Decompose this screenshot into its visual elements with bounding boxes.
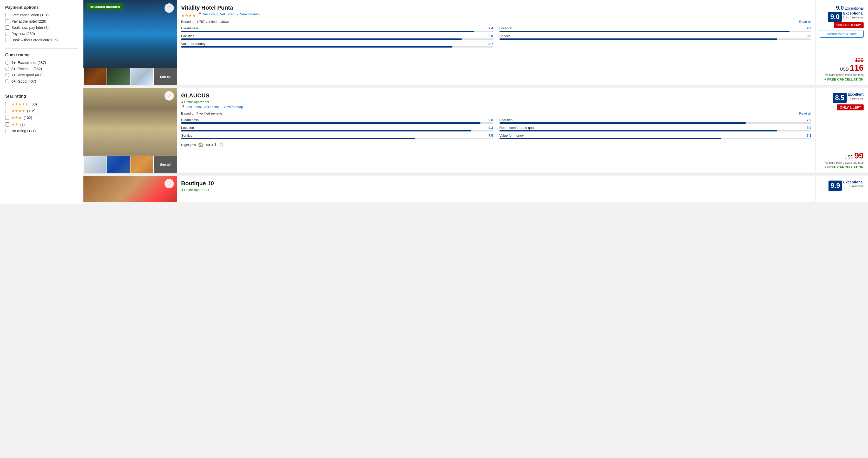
hotel-main-image-boutique: ♡ <box>84 176 177 202</box>
review-count-glaucus: 7 reviews <box>848 96 864 100</box>
payment-option-1[interactable]: Pay at the hotel (228) <box>5 19 78 23</box>
old-price-vitality: 130 <box>824 57 864 63</box>
rating-facilities-glaucus: Facilities 7.9 <box>499 118 812 124</box>
payment-checkbox-1[interactable] <box>5 19 9 23</box>
rating-room-comfort-glaucus: Room comfort and qua... 8.9 <box>499 126 812 131</box>
price-note-glaucus: Per night before taxes and fees <box>824 161 864 164</box>
rating-cleanliness-vitality: Cleanliness 9.4 <box>181 26 493 32</box>
star-rating-5[interactable]: ★★★★★ (88) <box>5 102 78 106</box>
thumbnail-glaucus-2[interactable] <box>107 156 130 173</box>
payment-checkbox-0[interactable] <box>5 13 9 17</box>
divider-1 <box>5 48 78 48</box>
hotel-stars-vitality: ★★★★ <box>181 13 196 18</box>
free-cancel-vitality: + FREE CANCELLATION <box>824 77 864 81</box>
price-note-vitality: Per night before taxes and fees <box>824 73 864 76</box>
property-type-icon-boutique: ● <box>181 188 183 192</box>
thumbnail-glaucus-3[interactable] <box>130 156 154 173</box>
new-price-glaucus: USD 99 <box>824 151 864 161</box>
thumbnail-glaucus-1[interactable] <box>84 156 107 173</box>
highlight-icon-bed: 🛏 x 1 <box>206 142 217 147</box>
payment-checkbox-2[interactable] <box>5 26 9 30</box>
highlights-label: Highlights <box>181 143 196 147</box>
switch-room-button-vitality[interactable]: Switch room & save <box>820 30 864 38</box>
payment-options-section: Payment options Free cancellation (131) … <box>5 5 78 42</box>
property-type-icon: ● <box>181 100 183 104</box>
hotel-main-image-vitality: Breakfast included ♡ <box>84 0 177 68</box>
payment-option-4[interactable]: Book without credit card (95) <box>5 38 78 42</box>
payment-checkbox-3[interactable] <box>5 32 9 36</box>
thumbnail-vitality-2[interactable] <box>107 68 130 86</box>
star-rating-4[interactable]: ★★★★ (126) <box>5 108 78 113</box>
guest-radio-3[interactable] <box>5 79 9 84</box>
hotel-location-link-glaucus[interactable]: Veli Losinj, Veli Losinj - View on map <box>186 105 243 109</box>
wishlist-button-vitality[interactable]: ♡ <box>164 3 174 13</box>
wishlist-button-boutique[interactable]: ♡ <box>164 179 174 188</box>
hotel-image-section-vitality: Breakfast included ♡ See all <box>84 0 177 86</box>
star-rating-section: Star rating ★★★★★ (88) ★★★★ (126) ★★★ (1… <box>5 94 78 133</box>
guest-rating-section: Guest rating 9+ Exceptional (287) 8+ Exc… <box>5 53 78 84</box>
review-count-vitality: 1,757 reviews <box>843 15 864 19</box>
ratings-grid-glaucus: Cleanliness 9.6 Facilities 7.9 <box>181 118 811 139</box>
rating-cleanliness-glaucus: Cleanliness 9.6 <box>181 118 493 124</box>
rating-facilities-vitality: Facilities 9.0 <box>181 34 493 40</box>
payment-checkbox-4[interactable] <box>5 38 9 42</box>
hotel-name-glaucus[interactable]: GLAUCUS <box>181 92 811 99</box>
payment-option-3[interactable]: Pay now (259) <box>5 32 78 36</box>
rating-service-vitality: Service 8.9 <box>499 34 812 40</box>
rating-service-glaucus: Service 7.5 <box>181 134 493 139</box>
location-pin-icon-glaucus: 📍 <box>181 105 185 109</box>
guest-radio-0[interactable] <box>5 61 9 65</box>
hotel-price-boutique: 9.9 Exceptional 5 reviews <box>816 176 868 202</box>
breakfast-badge: Breakfast included <box>87 3 123 10</box>
payment-option-2[interactable]: Book now, pay later (8) <box>5 26 78 30</box>
hotel-location-vitality: 📍 Veli Losinj, Veli Losinj - View on map <box>198 12 259 16</box>
thumbnail-row-glaucus: See all <box>84 156 177 173</box>
read-all-glaucus[interactable]: Read all <box>799 111 811 116</box>
see-all-button-glaucus[interactable]: See all <box>154 156 177 173</box>
hotel-image-section-boutique: ♡ <box>84 176 177 202</box>
price-block-glaucus: USD 99 Per night before taxes and fees +… <box>824 151 864 169</box>
hotel-price-vitality: 9.0 Exceptional 9.0 Exceptional 1,757 re… <box>816 0 868 86</box>
guest-radio-2[interactable] <box>5 73 9 77</box>
thumbnail-vitality-3[interactable] <box>130 68 154 86</box>
rating-value-vitality: Value for money 8.7 <box>181 42 493 47</box>
star-checkbox-4[interactable] <box>5 109 9 113</box>
highlights-row-glaucus: Highlights 🏠 🛏 x 1 🍴 <box>181 142 811 148</box>
quality-glaucus: Excellent <box>848 92 864 96</box>
star-checkbox-5[interactable] <box>5 102 9 106</box>
highlight-icon-kitchen: 🍴 <box>219 142 224 148</box>
discount-badge-vitality: 10% OFF TODAY <box>834 22 864 28</box>
score-glaucus: 8.5 <box>833 93 846 103</box>
read-all-vitality[interactable]: Read all <box>799 20 811 24</box>
star-rating-3[interactable]: ★★★ (102) <box>5 116 78 120</box>
see-all-button-vitality[interactable]: See all <box>154 68 177 86</box>
wishlist-button-glaucus[interactable]: ♡ <box>164 91 174 101</box>
hotel-name-vitality[interactable]: Vitality Hotel Punta <box>181 4 811 11</box>
guest-rating-1[interactable]: 8+ Excellent (382) <box>5 67 78 71</box>
hotel-name-boutique[interactable]: Boutique 10 <box>181 180 811 187</box>
score-number-vitality: 9.0 <box>828 12 842 22</box>
hotel-price-glaucus: 8.5 Excellent 7 reviews ONLY 1 LEFT USD … <box>816 88 868 173</box>
hotel-card-vitality: Breakfast included ♡ See all Vitality Ho… <box>83 0 868 86</box>
rating-location-vitality: Location 9.3 <box>499 26 812 32</box>
guest-rating-0[interactable]: 9+ Exceptional (287) <box>5 61 78 65</box>
hotel-info-glaucus: GLAUCUS ● Entire apartment 📍 Veli Losinj… <box>177 88 816 173</box>
main-content: Breakfast included ♡ See all Vitality Ho… <box>83 0 868 204</box>
reviews-header-vitality: Based on 1,757 verified reviews Read all <box>181 20 811 24</box>
star-rating-none[interactable]: No rating (171) <box>5 129 78 133</box>
payment-option-0[interactable]: Free cancellation (131) <box>5 13 78 17</box>
star-rating-2[interactable]: ★★ (2) <box>5 122 78 127</box>
rating-location-glaucus: Location 9.3 <box>181 126 493 131</box>
hotel-location-link-vitality[interactable]: Veli Losinj, Veli Losinj - View on map <box>203 12 259 16</box>
guest-radio-1[interactable] <box>5 67 9 71</box>
guest-rating-3[interactable]: 6+ Good (407) <box>5 79 78 84</box>
review-count-boutique: 5 reviews <box>843 184 864 188</box>
star-checkbox-2[interactable] <box>5 122 9 127</box>
guest-rating-2[interactable]: 7+ Very good (400) <box>5 73 78 77</box>
star-checkbox-3[interactable] <box>5 116 9 120</box>
thumbnail-row-vitality: See all <box>84 68 177 86</box>
rating-value-glaucus: Value for money 7.1 <box>499 134 812 139</box>
quality-boutique: Exceptional <box>843 180 864 184</box>
star-checkbox-none[interactable] <box>5 129 9 133</box>
thumbnail-vitality-1[interactable] <box>84 68 107 86</box>
